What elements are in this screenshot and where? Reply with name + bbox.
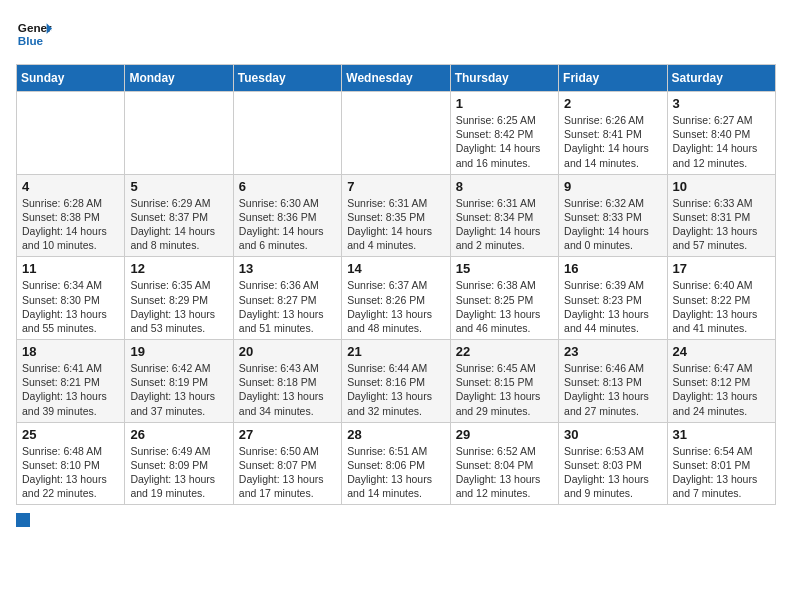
calendar-day-cell: 7Sunrise: 6:31 AM Sunset: 8:35 PM Daylig… — [342, 174, 450, 257]
calendar-day-cell: 13Sunrise: 6:36 AM Sunset: 8:27 PM Dayli… — [233, 257, 341, 340]
calendar-day-cell: 26Sunrise: 6:49 AM Sunset: 8:09 PM Dayli… — [125, 422, 233, 505]
day-number: 12 — [130, 261, 227, 276]
day-info: Sunrise: 6:49 AM Sunset: 8:09 PM Dayligh… — [130, 444, 227, 501]
day-info: Sunrise: 6:44 AM Sunset: 8:16 PM Dayligh… — [347, 361, 444, 418]
calendar-week-row: 4Sunrise: 6:28 AM Sunset: 8:38 PM Daylig… — [17, 174, 776, 257]
day-info: Sunrise: 6:28 AM Sunset: 8:38 PM Dayligh… — [22, 196, 119, 253]
calendar-day-cell: 28Sunrise: 6:51 AM Sunset: 8:06 PM Dayli… — [342, 422, 450, 505]
calendar-day-cell: 6Sunrise: 6:30 AM Sunset: 8:36 PM Daylig… — [233, 174, 341, 257]
day-info: Sunrise: 6:39 AM Sunset: 8:23 PM Dayligh… — [564, 278, 661, 335]
legend-color-box — [16, 513, 30, 527]
day-info: Sunrise: 6:46 AM Sunset: 8:13 PM Dayligh… — [564, 361, 661, 418]
day-number: 16 — [564, 261, 661, 276]
calendar-day-cell: 10Sunrise: 6:33 AM Sunset: 8:31 PM Dayli… — [667, 174, 775, 257]
day-number: 7 — [347, 179, 444, 194]
day-number: 14 — [347, 261, 444, 276]
day-number: 25 — [22, 427, 119, 442]
day-info: Sunrise: 6:51 AM Sunset: 8:06 PM Dayligh… — [347, 444, 444, 501]
calendar-day-cell: 21Sunrise: 6:44 AM Sunset: 8:16 PM Dayli… — [342, 340, 450, 423]
calendar-day-cell — [342, 92, 450, 175]
calendar-week-row: 18Sunrise: 6:41 AM Sunset: 8:21 PM Dayli… — [17, 340, 776, 423]
calendar-day-cell: 8Sunrise: 6:31 AM Sunset: 8:34 PM Daylig… — [450, 174, 558, 257]
day-number: 8 — [456, 179, 553, 194]
day-number: 13 — [239, 261, 336, 276]
day-info: Sunrise: 6:36 AM Sunset: 8:27 PM Dayligh… — [239, 278, 336, 335]
calendar-day-header: Tuesday — [233, 65, 341, 92]
day-number: 28 — [347, 427, 444, 442]
day-info: Sunrise: 6:35 AM Sunset: 8:29 PM Dayligh… — [130, 278, 227, 335]
calendar-day-cell: 18Sunrise: 6:41 AM Sunset: 8:21 PM Dayli… — [17, 340, 125, 423]
day-number: 23 — [564, 344, 661, 359]
legend — [16, 513, 776, 527]
day-number: 9 — [564, 179, 661, 194]
calendar-week-row: 11Sunrise: 6:34 AM Sunset: 8:30 PM Dayli… — [17, 257, 776, 340]
day-number: 21 — [347, 344, 444, 359]
logo-icon: General Blue — [16, 16, 52, 52]
calendar-day-cell: 24Sunrise: 6:47 AM Sunset: 8:12 PM Dayli… — [667, 340, 775, 423]
calendar-day-cell: 23Sunrise: 6:46 AM Sunset: 8:13 PM Dayli… — [559, 340, 667, 423]
page-header: General Blue — [16, 16, 776, 52]
day-info: Sunrise: 6:54 AM Sunset: 8:01 PM Dayligh… — [673, 444, 770, 501]
calendar-day-cell — [125, 92, 233, 175]
calendar-day-cell: 4Sunrise: 6:28 AM Sunset: 8:38 PM Daylig… — [17, 174, 125, 257]
day-number: 19 — [130, 344, 227, 359]
day-number: 1 — [456, 96, 553, 111]
calendar-day-cell: 20Sunrise: 6:43 AM Sunset: 8:18 PM Dayli… — [233, 340, 341, 423]
day-info: Sunrise: 6:41 AM Sunset: 8:21 PM Dayligh… — [22, 361, 119, 418]
calendar-day-cell — [233, 92, 341, 175]
svg-text:Blue: Blue — [18, 34, 44, 47]
calendar-day-cell: 3Sunrise: 6:27 AM Sunset: 8:40 PM Daylig… — [667, 92, 775, 175]
day-number: 31 — [673, 427, 770, 442]
calendar-day-header: Monday — [125, 65, 233, 92]
logo: General Blue — [16, 16, 52, 52]
day-number: 27 — [239, 427, 336, 442]
day-number: 11 — [22, 261, 119, 276]
calendar-day-header: Friday — [559, 65, 667, 92]
day-number: 22 — [456, 344, 553, 359]
calendar-day-cell: 25Sunrise: 6:48 AM Sunset: 8:10 PM Dayli… — [17, 422, 125, 505]
calendar-day-header: Wednesday — [342, 65, 450, 92]
calendar-day-cell — [17, 92, 125, 175]
day-number: 30 — [564, 427, 661, 442]
day-info: Sunrise: 6:40 AM Sunset: 8:22 PM Dayligh… — [673, 278, 770, 335]
day-number: 29 — [456, 427, 553, 442]
day-number: 15 — [456, 261, 553, 276]
day-info: Sunrise: 6:48 AM Sunset: 8:10 PM Dayligh… — [22, 444, 119, 501]
calendar-day-cell: 17Sunrise: 6:40 AM Sunset: 8:22 PM Dayli… — [667, 257, 775, 340]
day-number: 24 — [673, 344, 770, 359]
calendar-day-header: Saturday — [667, 65, 775, 92]
day-number: 5 — [130, 179, 227, 194]
calendar-day-header: Thursday — [450, 65, 558, 92]
day-info: Sunrise: 6:34 AM Sunset: 8:30 PM Dayligh… — [22, 278, 119, 335]
calendar-day-cell: 12Sunrise: 6:35 AM Sunset: 8:29 PM Dayli… — [125, 257, 233, 340]
day-number: 20 — [239, 344, 336, 359]
day-info: Sunrise: 6:32 AM Sunset: 8:33 PM Dayligh… — [564, 196, 661, 253]
day-number: 17 — [673, 261, 770, 276]
calendar-day-cell: 11Sunrise: 6:34 AM Sunset: 8:30 PM Dayli… — [17, 257, 125, 340]
day-info: Sunrise: 6:30 AM Sunset: 8:36 PM Dayligh… — [239, 196, 336, 253]
calendar-day-cell: 31Sunrise: 6:54 AM Sunset: 8:01 PM Dayli… — [667, 422, 775, 505]
day-number: 18 — [22, 344, 119, 359]
calendar-day-cell: 14Sunrise: 6:37 AM Sunset: 8:26 PM Dayli… — [342, 257, 450, 340]
day-info: Sunrise: 6:47 AM Sunset: 8:12 PM Dayligh… — [673, 361, 770, 418]
calendar-day-cell: 1Sunrise: 6:25 AM Sunset: 8:42 PM Daylig… — [450, 92, 558, 175]
calendar-week-row: 25Sunrise: 6:48 AM Sunset: 8:10 PM Dayli… — [17, 422, 776, 505]
day-info: Sunrise: 6:50 AM Sunset: 8:07 PM Dayligh… — [239, 444, 336, 501]
calendar-day-cell: 19Sunrise: 6:42 AM Sunset: 8:19 PM Dayli… — [125, 340, 233, 423]
day-number: 4 — [22, 179, 119, 194]
day-info: Sunrise: 6:33 AM Sunset: 8:31 PM Dayligh… — [673, 196, 770, 253]
day-info: Sunrise: 6:52 AM Sunset: 8:04 PM Dayligh… — [456, 444, 553, 501]
day-info: Sunrise: 6:31 AM Sunset: 8:34 PM Dayligh… — [456, 196, 553, 253]
day-info: Sunrise: 6:42 AM Sunset: 8:19 PM Dayligh… — [130, 361, 227, 418]
calendar-week-row: 1Sunrise: 6:25 AM Sunset: 8:42 PM Daylig… — [17, 92, 776, 175]
day-number: 26 — [130, 427, 227, 442]
calendar-day-cell: 27Sunrise: 6:50 AM Sunset: 8:07 PM Dayli… — [233, 422, 341, 505]
calendar-table: SundayMondayTuesdayWednesdayThursdayFrid… — [16, 64, 776, 505]
day-info: Sunrise: 6:38 AM Sunset: 8:25 PM Dayligh… — [456, 278, 553, 335]
day-info: Sunrise: 6:27 AM Sunset: 8:40 PM Dayligh… — [673, 113, 770, 170]
day-info: Sunrise: 6:29 AM Sunset: 8:37 PM Dayligh… — [130, 196, 227, 253]
calendar-day-header: Sunday — [17, 65, 125, 92]
day-info: Sunrise: 6:25 AM Sunset: 8:42 PM Dayligh… — [456, 113, 553, 170]
day-number: 2 — [564, 96, 661, 111]
day-number: 10 — [673, 179, 770, 194]
